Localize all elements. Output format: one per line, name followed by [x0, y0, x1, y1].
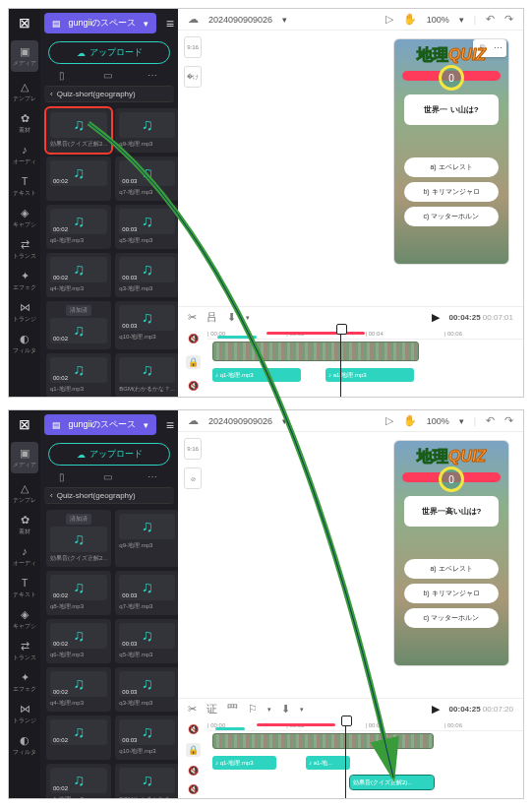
- rail-フィルタ[interactable]: ◐フィルタ: [11, 733, 38, 757]
- hand-icon[interactable]: ✋: [403, 414, 417, 427]
- rail-トランジ[interactable]: ⋈トランジ: [11, 300, 38, 324]
- playhead[interactable]: [345, 719, 346, 798]
- mute-icon[interactable]: 🔇: [188, 784, 199, 794]
- tracks[interactable]: | 00:00| 00:02| 00:04| 00:06 ♪ q1-地理.mp3…: [207, 719, 523, 798]
- video-clip[interactable]: [212, 733, 434, 749]
- redo-icon[interactable]: ↷: [504, 13, 513, 26]
- breadcrumb[interactable]: ‹ Quiz-short(geography): [44, 86, 174, 102]
- rail-テキスト[interactable]: Tテキスト: [11, 576, 38, 599]
- rail-トランス[interactable]: ⇄トランス: [11, 237, 38, 261]
- back-icon[interactable]: ‹: [50, 90, 53, 98]
- media-clip[interactable]: ♫00:03q10-地理.mp3: [115, 301, 178, 349]
- rail-トランジ[interactable]: ⋈トランジ: [11, 702, 38, 725]
- audio-clip[interactable]: ♪ a1-地理.mp3: [325, 368, 414, 382]
- rail-オーディ[interactable]: ♪オーディ: [11, 143, 38, 166]
- rail-メディア[interactable]: ▣メディア: [11, 40, 38, 72]
- preview-stage[interactable]: ⎘ ⋯ 地理QUIZ 0 世界一 い山は? a) エベレスト b) キリマンジャ…: [207, 31, 523, 306]
- cursor-icon[interactable]: ▷: [385, 414, 393, 427]
- audio-clip[interactable]: 効果音(クイズ正解2)...: [350, 776, 434, 789]
- download-icon[interactable]: ⬇: [227, 311, 236, 324]
- media-clip[interactable]: ♫00:03q5-地理.mp3: [115, 619, 178, 663]
- media-clip[interactable]: ♫00:03q10-地理.mp3: [115, 716, 178, 760]
- menu-icon[interactable]: ≡: [162, 16, 178, 31]
- upload-button[interactable]: ☁ アップロード: [48, 41, 170, 64]
- rail-素材[interactable]: ✿素材: [11, 111, 38, 135]
- video-icon[interactable]: ▭: [103, 471, 115, 483]
- rail-キャプシ[interactable]: ◈キャプシ: [11, 607, 38, 631]
- media-clip[interactable]: 済加済♫効果音(クイズ正解2...: [46, 510, 111, 567]
- workspace-selector[interactable]: ▤gungiiのスペース▾: [44, 13, 156, 33]
- media-clip[interactable]: ♫00:03q3-地理.mp3: [115, 253, 178, 297]
- media-clip[interactable]: ♫00:02q8-地理.mp3: [46, 571, 111, 615]
- media-clip[interactable]: ♫00:03q3-地理.mp3: [115, 667, 178, 712]
- cloud-sync-icon[interactable]: ☁: [188, 414, 199, 427]
- mute-icon[interactable]: 🔇: [188, 724, 199, 734]
- app-logo[interactable]: ⊠: [15, 13, 34, 32]
- media-clip[interactable]: ♫00:02q4-地理.mp3: [46, 253, 111, 297]
- scissors-icon[interactable]: ✂: [188, 311, 197, 324]
- media-clip[interactable]: ♫BGM(わかるかな？...: [115, 764, 178, 798]
- zoom-level[interactable]: 100%: [427, 416, 449, 426]
- play-icon[interactable]: ▶: [432, 703, 440, 716]
- media-clip[interactable]: ♫BGM(わかるかな？...: [115, 353, 178, 397]
- hand-icon[interactable]: ✋: [403, 13, 417, 26]
- audio-clip[interactable]: ♪ q1-地理.mp3: [212, 368, 301, 382]
- workspace-selector[interactable]: ▤gungiiのスペース▾: [44, 414, 156, 435]
- playhead[interactable]: [340, 328, 341, 397]
- undo-icon[interactable]: ↶: [486, 414, 495, 427]
- undo-icon[interactable]: ↶: [486, 13, 495, 26]
- breadcrumb[interactable]: ‹ Quiz-short(geography): [44, 487, 174, 504]
- flag-icon[interactable]: ⚐: [248, 703, 258, 716]
- preview-stage[interactable]: 地理QUIZ 0 世界一高い山は? a) エベレスト b) キリマンジャロ c)…: [207, 432, 523, 698]
- media-clip[interactable]: ♫00:02q4-地理.mp3: [46, 667, 111, 712]
- cursor-icon[interactable]: ▷: [385, 13, 393, 26]
- media-clip[interactable]: ♫00:02: [46, 716, 111, 760]
- mute-icon[interactable]: 🔇: [188, 334, 199, 343]
- media-clip[interactable]: ♫00:02: [46, 156, 111, 201]
- media-clip[interactable]: ♫00:03q5-地理.mp3: [115, 205, 178, 249]
- audio-clip[interactable]: ♪ a1-地...: [306, 756, 350, 770]
- upload-button[interactable]: ☁ アップロード: [48, 443, 170, 466]
- play-icon[interactable]: ▶: [432, 311, 440, 324]
- zoom-level[interactable]: 100%: [427, 15, 449, 25]
- rail-オーディ[interactable]: ♪オーディ: [11, 544, 38, 568]
- aspect-ratio[interactable]: 9:16: [184, 438, 202, 460]
- media-clip[interactable]: ♫q9-地理.mp3: [115, 108, 178, 153]
- media-clip[interactable]: ♫効果音(クイズ正解2...: [46, 108, 111, 153]
- rail-テンプレ[interactable]: △テンプレ: [11, 481, 38, 505]
- mute-icon[interactable]: 🔇: [188, 381, 199, 391]
- back-icon[interactable]: ‹: [50, 491, 53, 500]
- media-clip[interactable]: 済加済♫00:02: [46, 301, 111, 349]
- app-logo[interactable]: ⊠: [15, 414, 34, 434]
- rail-メディア[interactable]: ▣メディア: [11, 442, 38, 473]
- more-icon[interactable]: ⋯: [148, 471, 159, 483]
- media-clip[interactable]: ♫00:03q7-地理.mp3: [115, 571, 178, 615]
- media-clip[interactable]: ♫00:02q1-地理.mp3: [46, 764, 111, 798]
- lock-icon[interactable]: 🔒: [186, 743, 201, 757]
- rail-フィルタ[interactable]: ◐フィルタ: [11, 332, 38, 355]
- tracks[interactable]: | 00:00| 00:02| 00:04| 00:06 ♪ q1-地理.mp3…: [207, 328, 523, 397]
- rail-エフェク[interactable]: ✦エフェク: [11, 670, 38, 694]
- rail-テンプレ[interactable]: △テンプレ: [11, 80, 38, 103]
- rail-テキスト[interactable]: Tテキスト: [11, 174, 38, 198]
- scissors-icon[interactable]: ✂: [188, 703, 197, 716]
- phone-icon[interactable]: ▯: [59, 471, 71, 483]
- rail-エフェク[interactable]: ✦エフェク: [11, 269, 38, 292]
- video-clip[interactable]: [212, 342, 419, 361]
- media-clip[interactable]: ♫00:02q6-地理.mp3: [46, 205, 111, 249]
- tool-icon[interactable]: 罒: [227, 702, 238, 716]
- adjust-icon[interactable]: 吕: [207, 310, 217, 325]
- link-icon[interactable]: ⊘: [184, 467, 202, 489]
- cloud-sync-icon[interactable]: ☁: [188, 13, 199, 26]
- lock-icon[interactable]: 🔒: [186, 355, 201, 369]
- media-clip[interactable]: ♫00:03q7-地理.mp3: [115, 156, 178, 201]
- redo-icon[interactable]: ↷: [504, 414, 513, 427]
- tool-icon[interactable]: 证: [207, 702, 217, 716]
- download-icon[interactable]: ⬇: [281, 703, 290, 716]
- video-icon[interactable]: ▭: [103, 70, 115, 82]
- rail-キャプシ[interactable]: ◈キャプシ: [11, 206, 38, 229]
- more-icon[interactable]: ⋯: [148, 70, 159, 82]
- mute-icon[interactable]: 🔇: [188, 766, 199, 776]
- media-clip[interactable]: ♫00:02q6-地理.mp3: [46, 619, 111, 663]
- rail-トランス[interactable]: ⇄トランス: [11, 639, 38, 662]
